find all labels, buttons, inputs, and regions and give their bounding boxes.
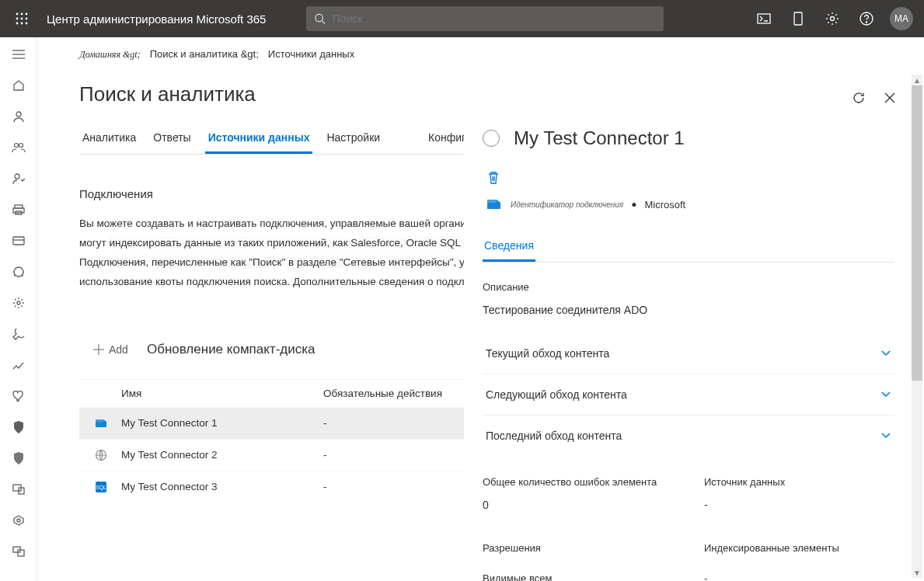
nav-reports-icon[interactable] (3, 351, 34, 379)
status-circle-icon (483, 130, 500, 147)
kv-source-value: - (704, 499, 894, 511)
acc-current-crawl[interactable]: Текущий обход контента (483, 333, 894, 374)
breadcrumb-sources[interactable]: Источники данных (268, 48, 354, 60)
svg-point-21 (19, 144, 23, 148)
kv-errors-label: Общее количество ошибок элемента (483, 476, 673, 488)
col-name[interactable]: Имя (121, 388, 323, 399)
nav-printer-icon[interactable] (3, 196, 34, 224)
svg-point-2 (26, 13, 28, 16)
search-icon (314, 12, 326, 25)
top-bar: Центр администрирования Microsoft 365 MA (0, 0, 924, 37)
svg-point-5 (26, 18, 28, 20)
nav-more-icon[interactable] (3, 506, 34, 534)
nav-settings-icon[interactable] (3, 289, 34, 317)
scroll-up-icon[interactable]: ▲ (912, 75, 922, 85)
svg-rect-24 (13, 208, 24, 213)
close-button[interactable] (877, 85, 902, 110)
svg-rect-26 (13, 237, 24, 245)
svg-rect-34 (18, 550, 24, 556)
globe-icon (93, 447, 109, 463)
tab-settings[interactable]: Настройки (323, 125, 383, 154)
desc-label: Описание (483, 281, 894, 293)
avatar[interactable]: MA (890, 7, 913, 30)
connection-id-row: Идентификатор подключения ● Microsoft (486, 197, 894, 211)
svg-point-6 (16, 23, 19, 25)
add-button[interactable]: Add (93, 343, 128, 356)
svg-point-28 (14, 267, 23, 277)
topbar-actions: MA (748, 0, 918, 37)
tab-answers[interactable]: Ответы (150, 125, 194, 154)
app-launcher-icon[interactable] (6, 0, 37, 37)
nav-menu-icon[interactable] (3, 40, 34, 68)
accordion: Текущий обход контента Следующий обход к… (483, 333, 894, 456)
sql-icon: SQL (93, 479, 109, 495)
svg-point-7 (21, 23, 23, 25)
svg-point-32 (17, 519, 20, 522)
refresh-label: Обновление компакт-диска (147, 342, 316, 357)
desc-value: Тестирование соединителя ADO (483, 304, 894, 316)
acc-label: Текущий обход контента (486, 347, 609, 360)
left-nav (0, 37, 37, 581)
kv-visible-value: - (704, 572, 894, 581)
desc-hl2: Подключения, перечисленные как "Поиск" в… (79, 256, 512, 268)
nav-compliance-icon[interactable] (3, 444, 34, 472)
brand-title: Центр администрирования Microsoft 365 (37, 12, 275, 26)
gear-icon[interactable] (817, 0, 848, 37)
nav-admin-icon[interactable] (3, 538, 34, 565)
help-icon[interactable] (851, 0, 882, 37)
scroll-thumb[interactable] (912, 85, 922, 381)
acc-next-crawl[interactable]: Следующий обход контента (483, 374, 894, 416)
device-icon[interactable] (783, 0, 814, 37)
delete-button[interactable] (487, 171, 500, 185)
nav-support-icon[interactable] (3, 258, 34, 286)
shell-icon[interactable] (748, 0, 779, 37)
refresh-button[interactable] (846, 85, 871, 110)
svg-line-10 (323, 21, 326, 24)
conn-id-value: Microsoft (644, 199, 685, 210)
scroll-down-icon[interactable]: ▼ (912, 567, 922, 578)
nav-security-icon[interactable] (3, 413, 34, 441)
svg-point-15 (866, 22, 866, 23)
breadcrumb-home[interactable]: Домашняя &gt; (79, 49, 141, 61)
nav-health-icon[interactable] (3, 382, 34, 410)
svg-point-20 (14, 144, 18, 148)
nav-billing-icon[interactable] (3, 227, 34, 255)
row-name: My Test Connector 1 (121, 417, 323, 429)
svg-point-8 (26, 23, 28, 25)
svg-point-3 (16, 18, 19, 20)
kv-source-label: Источник данных (704, 476, 894, 488)
nav-setup-icon[interactable] (3, 320, 34, 348)
breadcrumb-search[interactable]: Поиск и аналитика &gt; (150, 48, 259, 60)
svg-point-19 (16, 112, 21, 117)
panel-header (464, 75, 907, 110)
nav-endpoint-icon[interactable] (3, 475, 34, 503)
row-name: My Test Connector 2 (121, 449, 323, 461)
svg-point-0 (16, 13, 19, 16)
svg-text:SQL: SQL (96, 485, 106, 491)
nav-groups-icon[interactable] (3, 134, 34, 162)
svg-point-4 (21, 18, 23, 20)
connector-icon (486, 197, 503, 211)
nav-user-icon[interactable] (3, 103, 34, 130)
acc-last-crawl[interactable]: Последний обход контента (483, 416, 894, 456)
row-name: My Test Connector 3 (121, 481, 323, 492)
svg-point-1 (21, 13, 23, 16)
tab-analytics[interactable]: Аналитика (79, 125, 139, 154)
chevron-down-icon (880, 350, 891, 357)
svg-point-9 (316, 14, 323, 21)
conn-id-label: Идентификатор подключения (511, 200, 623, 209)
svg-point-22 (15, 174, 19, 179)
nav-roles-icon[interactable] (3, 165, 34, 193)
chevron-down-icon (880, 432, 891, 440)
breadcrumb: Домашняя &gt; Поиск и аналитика &gt; Ист… (79, 48, 902, 61)
desc-line2: использование квоты подключения поиска. (79, 276, 290, 287)
scrollbar[interactable]: ▲ ▼ (912, 75, 922, 578)
search-input[interactable] (333, 12, 657, 25)
tab-sources[interactable]: Источники данных (205, 125, 313, 154)
acc-label: Следующий обход контента (486, 388, 627, 401)
nav-home-icon[interactable] (3, 71, 34, 99)
connector-icon (93, 416, 109, 431)
search-box[interactable] (306, 6, 664, 31)
chevron-down-icon (880, 391, 891, 398)
panel-tab-details[interactable]: Сведения (483, 233, 535, 262)
